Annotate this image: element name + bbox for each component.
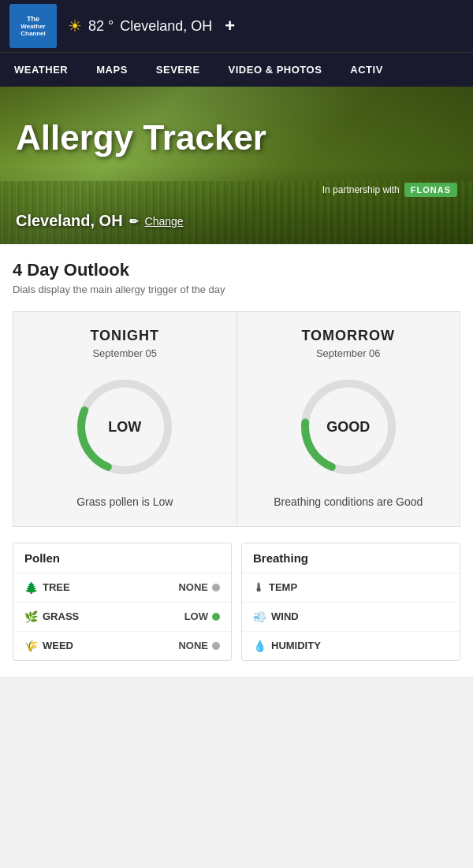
tree-icon: 🌲 [24, 581, 38, 594]
pollen-tree-value: NONE [178, 581, 208, 593]
breathing-card: Breathing 🌡 TEMP 💨 WIND 💧 HUMIDITY [241, 543, 460, 661]
nav-activ[interactable]: ACTIV [336, 53, 397, 87]
grass-icon: 🌿 [24, 610, 38, 623]
pollen-grass-label: GRASS [43, 610, 79, 622]
nav-video-photos[interactable]: VIDEO & PHOTOS [214, 53, 337, 87]
logo-channel: Channel [20, 30, 46, 37]
breathing-humidity-left: 💧 HUMIDITY [253, 640, 321, 652]
main-content: 4 Day Outlook Dials display the main all… [0, 244, 473, 677]
pollen-tree-row: 🌲 TREE NONE [13, 573, 231, 603]
logo-weather: Weather [20, 23, 45, 30]
change-link[interactable]: Change [145, 215, 184, 228]
hero-banner: Allergy Tracker In partnership with FLON… [0, 87, 473, 244]
humidity-icon: 💧 [253, 640, 266, 652]
pollen-weed-left: 🌾 WEED [24, 640, 73, 652]
pollen-grass-right: LOW [184, 610, 220, 622]
weather-channel-logo[interactable]: The Weather Channel [9, 4, 57, 48]
sun-icon: ☀ [68, 17, 82, 35]
nav-bar: WEATHER MAPS SEVERE VIDEO & PHOTOS ACTIV [0, 52, 473, 87]
logo-the: The [27, 15, 39, 23]
hero-location: Cleveland, OH ✏ Change [16, 212, 184, 230]
add-location-icon[interactable]: + [225, 16, 235, 36]
breathing-wind-row: 💨 WIND [242, 603, 460, 632]
breathing-humidity-label: HUMIDITY [271, 640, 321, 651]
breathing-temp-left: 🌡 TEMP [253, 581, 297, 594]
dial-tonight-level: LOW [108, 419, 141, 436]
breathing-humidity-row: 💧 HUMIDITY [242, 632, 460, 660]
weed-icon: 🌾 [24, 640, 38, 652]
pollen-header: Pollen [13, 543, 231, 573]
pollen-card: Pollen 🌲 TREE NONE 🌿 GRASS LOW [13, 543, 232, 661]
breathing-temp-label: TEMP [269, 581, 297, 593]
dial-card-tomorrow: TOMORROW September 06 GOOD Breathing con… [236, 311, 461, 527]
dial-row: TONIGHT September 05 LOW Grass pollen is… [13, 311, 460, 527]
nav-maps[interactable]: MAPS [82, 53, 142, 87]
top-bar: The Weather Channel ☀ 82 ° Cleveland, OH… [0, 0, 473, 52]
top-bar-location: ☀ 82 ° Cleveland, OH + [68, 16, 235, 36]
pollen-grass-left: 🌿 GRASS [24, 610, 79, 623]
flonase-badge[interactable]: FLONAS [404, 183, 457, 197]
breathing-wind-left: 💨 WIND [253, 610, 299, 623]
wind-icon: 💨 [253, 610, 266, 623]
temperature: 82 ° [88, 18, 114, 35]
city: Cleveland, OH [120, 18, 212, 35]
info-cards-row: Pollen 🌲 TREE NONE 🌿 GRASS LOW [13, 543, 460, 661]
hero-city: Cleveland, OH [16, 212, 123, 230]
thermometer-icon: 🌡 [253, 581, 264, 594]
pollen-weed-dot [212, 642, 220, 650]
nav-weather[interactable]: WEATHER [0, 53, 82, 87]
pollen-grass-row: 🌿 GRASS LOW [13, 603, 231, 632]
partner-label: In partnership with [322, 184, 400, 195]
dial-tomorrow-label: TOMORROW [301, 328, 395, 344]
pollen-tree-right: NONE [178, 581, 220, 593]
pollen-tree-left: 🌲 TREE [24, 581, 70, 594]
breathing-header: Breathing [242, 543, 460, 573]
pollen-grass-value: LOW [184, 610, 208, 622]
outlook-title: 4 Day Outlook [13, 260, 460, 280]
hero-title: Allergy Tracker [16, 118, 266, 158]
dial-tonight-desc: Grass pollen is Low [76, 495, 173, 510]
dial-card-tonight: TONIGHT September 05 LOW Grass pollen is… [13, 311, 236, 527]
breathing-wind-label: WIND [271, 610, 299, 622]
pollen-weed-value: NONE [178, 640, 208, 651]
hero-partner: In partnership with FLONAS [322, 183, 457, 197]
pollen-weed-right: NONE [178, 640, 220, 651]
dial-tonight-label: TONIGHT [90, 328, 159, 344]
dial-tonight-circle: LOW [69, 372, 180, 482]
edit-icon[interactable]: ✏ [129, 215, 139, 228]
dial-tonight-date: September 05 [92, 347, 157, 359]
dial-tomorrow-level: GOOD [326, 419, 370, 436]
pollen-tree-label: TREE [43, 581, 70, 593]
pollen-grass-dot [212, 613, 220, 621]
pollen-tree-dot [212, 584, 220, 592]
outlook-subtitle: Dials display the main allergy trigger o… [13, 284, 460, 295]
pollen-weed-row: 🌾 WEED NONE [13, 632, 231, 660]
dial-tomorrow-desc: Breathing conditions are Good [274, 495, 423, 510]
dial-tomorrow-circle: GOOD [293, 372, 404, 482]
breathing-temp-row: 🌡 TEMP [242, 573, 460, 603]
nav-severe[interactable]: SEVERE [142, 53, 214, 87]
dial-tomorrow-date: September 06 [316, 347, 381, 359]
pollen-weed-label: WEED [43, 640, 73, 651]
